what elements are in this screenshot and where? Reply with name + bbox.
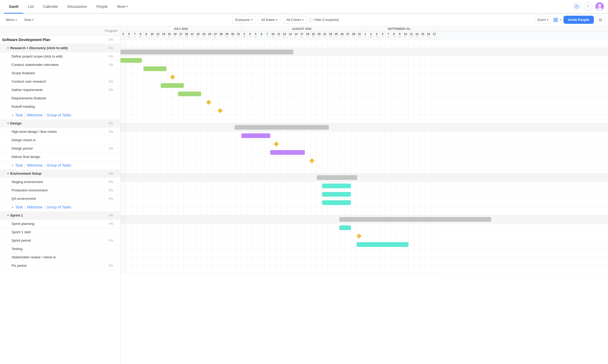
day-cell: 1T [362, 31, 368, 39]
collapse-icon-g2[interactable]: ▾ [7, 122, 9, 125]
gantt-bar[interactable] [143, 66, 167, 71]
gantt-bar[interactable] [241, 133, 270, 138]
tab-calendar[interactable]: Calendar [38, 0, 63, 14]
task-row[interactable]: Design period 0% [0, 144, 120, 153]
gantt-bar[interactable] [339, 217, 491, 222]
gantt-bar[interactable] [322, 184, 351, 188]
task-row[interactable]: Stakeholder review / check-in [0, 253, 120, 261]
project-progress: 0% [102, 38, 120, 42]
gantt-bar[interactable] [120, 58, 142, 63]
task-label: Kickoff meeting [0, 105, 102, 109]
clock-icon-btn[interactable] [572, 2, 581, 11]
task-row[interactable]: Define project scope (click to edit) 0% [0, 52, 120, 61]
tab-people[interactable]: People [92, 0, 113, 14]
tab-gantt[interactable]: Gantt [4, 0, 23, 14]
gantt-row [120, 115, 608, 123]
hide-completed-toggle[interactable]: Hide Completed [309, 18, 339, 22]
gantt-row [120, 173, 608, 182]
day-cell: 3M [241, 31, 247, 39]
collapse-icon-g4[interactable]: ▾ [7, 214, 9, 217]
day-cell: 7T [132, 31, 138, 39]
day-cell: 11F [408, 31, 414, 39]
group-row-g3[interactable]: ▾ Environment Setup 0% [0, 169, 120, 178]
month-row: JULY 2020AUGUST 2020SEPTEMBER 20... [120, 26, 608, 31]
gantt-bar[interactable] [357, 242, 408, 247]
tab-list[interactable]: List [23, 0, 38, 14]
task-row[interactable]: QA environment 0% [0, 195, 120, 203]
add-task-row-g3[interactable]: Task | Milestone | Group of Tasks [0, 203, 120, 211]
menu-button[interactable]: Menu ▾ [3, 16, 19, 23]
day-cell: 20M [184, 31, 190, 39]
group-row-g2[interactable]: ▾ Design 0% [0, 119, 120, 128]
task-row-milestone[interactable]: Deliver final design [0, 153, 120, 161]
plus-icon [12, 205, 14, 209]
task-row-milestone[interactable]: Requirements finalized [0, 94, 120, 103]
task-row[interactable]: Sprint planning 0% [0, 220, 120, 228]
collapse-icon-g1[interactable]: ▾ [7, 47, 9, 49]
gantt-bar[interactable] [317, 175, 357, 180]
dates-filter[interactable]: All Dates ▾ [258, 16, 281, 24]
task-row[interactable]: Conduct stakeholder interviews 0% [0, 61, 120, 69]
task-row[interactable]: Production environment 0% [0, 186, 120, 195]
everyone-filter[interactable]: Everyone ▾ [232, 16, 256, 24]
task-row[interactable]: Fix period 0% [0, 261, 120, 270]
task-row[interactable]: High-level design / flow charts 0% [0, 128, 120, 136]
task-row-milestone[interactable]: Kickoff meeting [0, 103, 120, 111]
add-task-row-g2[interactable]: Task | Milestone | Group of Tasks [0, 161, 120, 169]
gantt-bar[interactable] [322, 192, 351, 197]
day-cell: 3T [374, 31, 380, 39]
day-cell: 16T [172, 31, 178, 39]
gantt-bar[interactable] [120, 50, 293, 54]
chevron-down-icon: ▾ [276, 18, 278, 21]
gantt-bar[interactable] [235, 125, 329, 130]
tab-more[interactable]: More ▾ [112, 0, 132, 14]
task-row[interactable]: Gather requirements 0% [0, 86, 120, 94]
view-button[interactable]: View ▾ [21, 16, 36, 23]
milestone-diamond[interactable] [206, 100, 211, 105]
colors-filter[interactable]: All Colors ▾ [283, 16, 307, 24]
day-cell: 12W [282, 31, 288, 39]
group-row-g1[interactable]: ▾ Research + Discovery (click to edit) 0… [0, 44, 120, 52]
collapse-icon-g3[interactable]: ▾ [7, 172, 9, 175]
gantt-bar[interactable] [270, 150, 305, 155]
day-cell: 18T [305, 31, 311, 39]
zoom-control[interactable]: Zoom ▾ [534, 16, 551, 24]
milestone-diamond[interactable] [170, 75, 175, 80]
export-button[interactable] [596, 15, 605, 24]
help-icon-btn[interactable]: ? [584, 2, 592, 11]
day-cell: 5W [253, 31, 259, 39]
month-label: SEPTEMBER 20... [362, 26, 437, 31]
gantt-row [120, 240, 608, 249]
milestone-diamond[interactable] [218, 108, 223, 113]
task-label: Sprint period [0, 238, 102, 242]
day-cell: 6T [259, 31, 264, 39]
group-row-g4[interactable]: ▾ Sprint 1 0% [0, 211, 120, 220]
milestone-diamond[interactable] [309, 158, 314, 163]
milestone-diamond[interactable] [274, 141, 279, 147]
nav-icons: ? [572, 2, 604, 11]
user-avatar[interactable] [595, 2, 604, 11]
task-row-milestone[interactable]: Scope finalized [0, 69, 120, 77]
gantt-bar[interactable] [322, 200, 351, 205]
project-name[interactable]: Software Development Plan [0, 38, 102, 42]
add-task-row-g1[interactable]: Task | Milestone | Group of Tasks [0, 111, 120, 119]
day-cell: 13M [155, 31, 161, 39]
gantt-bar[interactable] [178, 92, 201, 96]
task-label: Requirements finalized [0, 96, 102, 100]
milestone-diamond[interactable] [356, 234, 362, 239]
task-row[interactable]: Staging environment 0% [0, 178, 120, 186]
task-row-milestone[interactable]: Sprint 1 start [0, 228, 120, 236]
task-label: Sprint planning [0, 222, 102, 226]
task-row[interactable]: Sprint period 0% [0, 236, 120, 245]
task-row[interactable]: Conduct user research 0% [0, 77, 120, 86]
gantt-row [120, 48, 608, 56]
task-row[interactable]: Testing [0, 245, 120, 253]
gantt-bar[interactable] [339, 225, 351, 230]
invite-people-button[interactable]: Invite People [563, 16, 594, 24]
color-swatch[interactable] [553, 18, 558, 22]
tab-discussions[interactable]: Discussions [63, 0, 92, 14]
gantt-bar[interactable] [161, 83, 184, 88]
day-cell: 20T [316, 31, 322, 39]
chevron-down-icon-swatch[interactable]: ▾ [560, 18, 561, 21]
task-row-milestone[interactable]: Design check-in [0, 136, 120, 144]
